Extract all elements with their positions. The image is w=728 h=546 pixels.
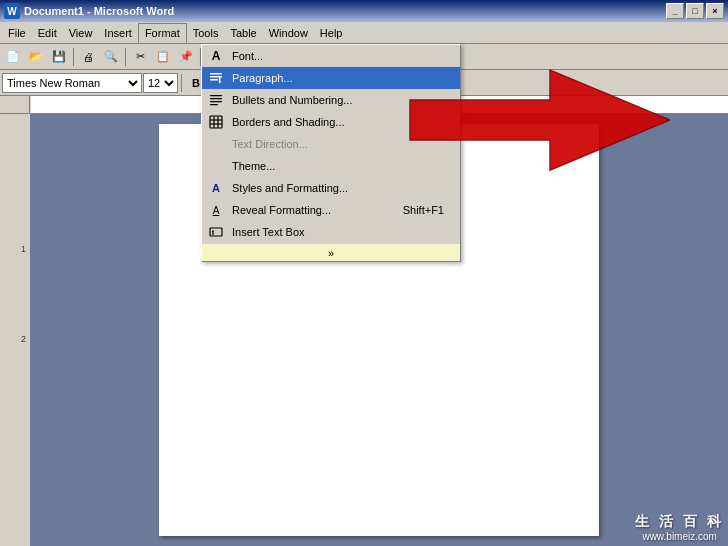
svg-rect-5 bbox=[210, 95, 222, 96]
menu-insert[interactable]: Insert bbox=[98, 23, 138, 43]
menu-file[interactable]: File bbox=[2, 23, 32, 43]
font-size-select[interactable]: 12 bbox=[143, 73, 178, 93]
svg-rect-0 bbox=[210, 73, 222, 75]
toolbar-sep-1 bbox=[73, 48, 74, 66]
save-button[interactable]: 💾 bbox=[48, 46, 70, 68]
window-controls[interactable]: _ □ × bbox=[666, 3, 724, 19]
font-icon: A bbox=[208, 48, 224, 64]
menu-theme[interactable]: Theme... bbox=[202, 155, 460, 177]
fmt-sep-1 bbox=[181, 74, 182, 92]
svg-rect-7 bbox=[210, 101, 222, 102]
paragraph-icon bbox=[208, 70, 224, 86]
menu-bullets[interactable]: Bullets and Numbering... bbox=[202, 89, 460, 111]
menu-styles[interactable]: A Styles and Formatting... bbox=[202, 177, 460, 199]
menu-font[interactable]: A Font... bbox=[202, 45, 460, 67]
menu-table[interactable]: Table bbox=[224, 23, 262, 43]
menu-window[interactable]: Window bbox=[263, 23, 314, 43]
borders-icon bbox=[208, 114, 224, 130]
new-button[interactable]: 📄 bbox=[2, 46, 24, 68]
close-button[interactable]: × bbox=[706, 3, 724, 19]
format-dropdown: A Font... Paragraph... bbox=[201, 44, 461, 262]
menu-reveal[interactable]: A Reveal Formatting... Shift+F1 bbox=[202, 199, 460, 221]
page-num-1: 1 bbox=[21, 244, 26, 254]
print-button[interactable]: 🖨 bbox=[77, 46, 99, 68]
styles-icon: A bbox=[208, 180, 224, 196]
paste-button[interactable]: 📌 bbox=[175, 46, 197, 68]
svg-rect-2 bbox=[210, 79, 218, 81]
svg-rect-14 bbox=[210, 228, 222, 236]
theme-icon bbox=[208, 158, 224, 174]
svg-rect-6 bbox=[210, 98, 222, 99]
menu-tools[interactable]: Tools bbox=[187, 23, 225, 43]
menu-view[interactable]: View bbox=[63, 23, 99, 43]
title-bar: W Document1 - Microsoft Word _ □ × bbox=[0, 0, 728, 22]
menu-paragraph[interactable]: Paragraph... bbox=[202, 67, 460, 89]
reveal-shortcut: Shift+F1 bbox=[383, 204, 444, 216]
menu-textdirection: Text Direction... bbox=[202, 133, 460, 155]
ruler-corner bbox=[0, 96, 30, 114]
open-button[interactable]: 📂 bbox=[25, 46, 47, 68]
window-title: Document1 - Microsoft Word bbox=[24, 5, 666, 17]
menu-borders[interactable]: Borders and Shading... bbox=[202, 111, 460, 133]
app-icon: W bbox=[4, 3, 20, 19]
font-select[interactable]: Times New Roman bbox=[2, 73, 142, 93]
copy-button[interactable]: 📋 bbox=[152, 46, 174, 68]
bullets-icon bbox=[208, 92, 224, 108]
format-menu: A Font... Paragraph... bbox=[201, 44, 461, 262]
menu-edit[interactable]: Edit bbox=[32, 23, 63, 43]
minimize-button[interactable]: _ bbox=[666, 3, 684, 19]
cut-button[interactable]: ✂ bbox=[129, 46, 151, 68]
reveal-icon: A bbox=[208, 202, 224, 218]
menu-format[interactable]: Format bbox=[138, 23, 187, 43]
dropdown-more-button[interactable]: » bbox=[202, 243, 460, 261]
svg-rect-8 bbox=[210, 104, 218, 105]
svg-rect-9 bbox=[210, 116, 222, 128]
textbox-icon bbox=[208, 224, 224, 240]
menu-bar: File Edit View Insert Format Tools Table… bbox=[0, 22, 728, 44]
menu-textbox[interactable]: Insert Text Box bbox=[202, 221, 460, 243]
maximize-button[interactable]: □ bbox=[686, 3, 704, 19]
preview-button[interactable]: 🔍 bbox=[100, 46, 122, 68]
page-num-2: 2 bbox=[21, 334, 26, 344]
menu-help[interactable]: Help bbox=[314, 23, 349, 43]
textdir-icon bbox=[208, 136, 224, 152]
svg-marker-4 bbox=[219, 82, 222, 84]
vertical-ruler: 1 2 bbox=[0, 114, 30, 546]
toolbar-sep-2 bbox=[125, 48, 126, 66]
